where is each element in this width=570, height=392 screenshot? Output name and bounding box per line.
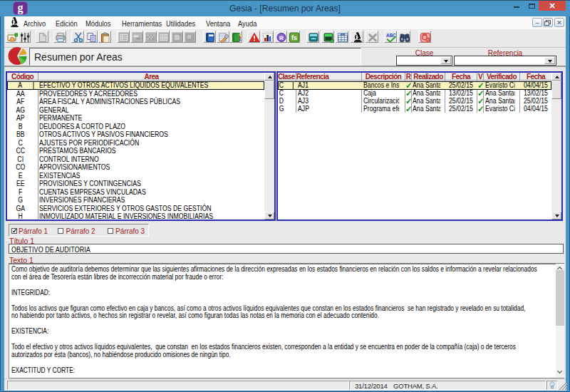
svg-text:R: R — [279, 35, 284, 41]
svg-text:EFE: EFE — [341, 33, 345, 36]
svg-text:fs: fs — [291, 34, 297, 41]
